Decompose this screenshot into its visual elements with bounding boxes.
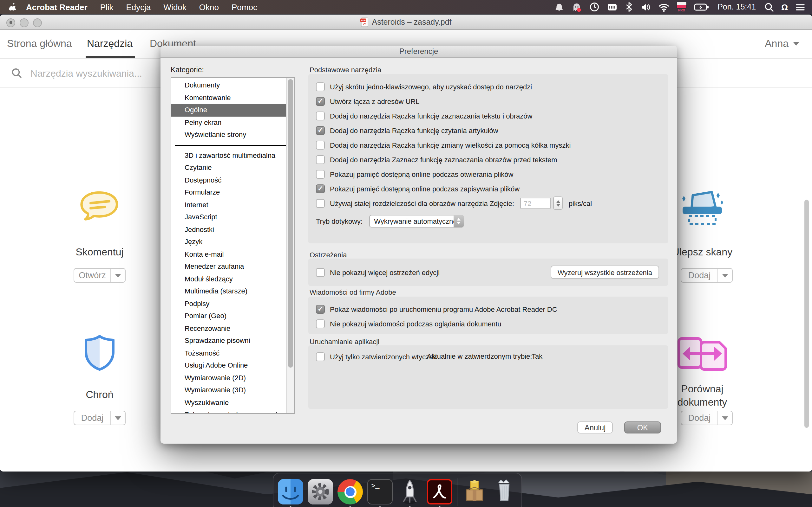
chron-add-button[interactable]: Dodaj bbox=[73, 411, 125, 425]
bluetooth-icon[interactable] bbox=[623, 0, 635, 14]
dock-finder-icon[interactable] bbox=[278, 479, 303, 504]
category-item-selected[interactable]: Ogólne bbox=[171, 104, 294, 116]
category-item[interactable]: Jednostki bbox=[171, 223, 294, 236]
notification-center-icon[interactable] bbox=[794, 0, 807, 14]
category-item[interactable]: Konta e-mail bbox=[171, 248, 294, 261]
checkbox[interactable] bbox=[316, 268, 325, 277]
category-item[interactable]: 3D i zawartość multimedialna bbox=[171, 149, 294, 162]
category-item[interactable]: Internet bbox=[171, 199, 294, 211]
category-item[interactable]: Pomiar (Geo) bbox=[171, 310, 294, 322]
resolution-stepper[interactable] bbox=[554, 196, 563, 210]
dock-trash-icon[interactable] bbox=[492, 479, 517, 504]
checkbox[interactable] bbox=[316, 140, 325, 149]
chevron-down-icon[interactable] bbox=[718, 411, 732, 425]
apple-menu-icon[interactable] bbox=[6, 0, 20, 14]
category-item[interactable]: Moduł śledzący bbox=[171, 273, 294, 285]
resolution-input[interactable] bbox=[520, 198, 551, 209]
chevron-down-icon[interactable] bbox=[111, 411, 125, 425]
checkbox-label: Dodaj do narzędzia Rączka funkcję czytan… bbox=[330, 126, 498, 134]
category-item[interactable]: Sprawdzanie pisowni bbox=[171, 335, 294, 347]
input-language-flag-icon[interactable]: PRO bbox=[675, 0, 688, 14]
close-button[interactable] bbox=[6, 18, 15, 27]
wifi-icon[interactable] bbox=[657, 0, 671, 14]
checkbox[interactable] bbox=[316, 97, 325, 106]
dock-terminal-icon[interactable]: >_ bbox=[367, 479, 393, 504]
dock-rocket-icon[interactable] bbox=[397, 479, 422, 504]
tab-narzedzia[interactable]: Narzędzia bbox=[87, 38, 133, 49]
checkbox[interactable] bbox=[316, 155, 325, 164]
minimize-button[interactable] bbox=[20, 18, 29, 27]
ulepsz-add-button[interactable]: Dodaj bbox=[681, 268, 733, 283]
zoom-button[interactable] bbox=[33, 18, 42, 27]
menu-item-pomoc[interactable]: Pomoc bbox=[225, 0, 264, 14]
category-item[interactable]: Podpisy bbox=[171, 297, 294, 310]
preferences-dialog: Preferencje Kategorie: Dokumenty Komento… bbox=[160, 46, 677, 444]
skomentuj-open-label[interactable]: Otwórz bbox=[74, 269, 111, 282]
category-item[interactable]: Język bbox=[171, 236, 294, 248]
category-item[interactable]: Zabezpieczenia (rozszerzone) bbox=[171, 409, 294, 414]
spotlight-search-icon[interactable] bbox=[762, 0, 775, 14]
checkbox[interactable] bbox=[316, 304, 325, 314]
checkbox[interactable] bbox=[316, 170, 325, 178]
porownaj-add-button[interactable]: Dodaj bbox=[681, 411, 733, 425]
notification-bell-icon[interactable] bbox=[553, 0, 566, 14]
user-menu[interactable]: Anna bbox=[765, 38, 799, 49]
menu-item-plik[interactable]: Plik bbox=[94, 0, 120, 14]
menu-item-widok[interactable]: Widok bbox=[157, 0, 193, 14]
chevron-down-icon[interactable] bbox=[718, 269, 732, 282]
volume-icon[interactable] bbox=[639, 0, 653, 14]
checkbox[interactable] bbox=[316, 352, 325, 361]
send-for-comments-icon bbox=[78, 470, 124, 471]
time-machine-icon[interactable] bbox=[588, 0, 601, 14]
category-item[interactable]: Menedżer zaufania bbox=[171, 261, 294, 273]
checkbox[interactable] bbox=[316, 82, 325, 91]
keyboard-viewer-icon[interactable] bbox=[605, 0, 619, 14]
tab-strona-glowna[interactable]: Strona główna bbox=[7, 38, 72, 49]
dock-archive-utility-icon[interactable] bbox=[462, 479, 487, 504]
chron-add-label[interactable]: Dodaj bbox=[74, 411, 111, 425]
menu-clock[interactable]: Pon. 15:41 bbox=[715, 3, 758, 11]
reset-warnings-button[interactable]: Wyzeruj wszystkie ostrzeżenia bbox=[551, 266, 659, 279]
menu-item-app[interactable]: Acrobat Reader bbox=[20, 0, 94, 14]
chevron-down-icon[interactable] bbox=[111, 269, 125, 282]
app-badge-icon[interactable] bbox=[570, 0, 583, 14]
category-item[interactable]: Dostępność bbox=[171, 174, 294, 186]
category-item[interactable]: Multimedia (starsze) bbox=[171, 285, 294, 297]
category-item[interactable]: Komentowanie bbox=[171, 92, 294, 104]
checkbox-label: Użyj tylko zatwierdzonych wtyczek bbox=[330, 353, 437, 360]
ok-button[interactable]: OK bbox=[624, 421, 661, 434]
category-item[interactable]: Usługi Adobe Online bbox=[171, 359, 294, 372]
checkbox[interactable] bbox=[316, 111, 325, 120]
list-scrollbar-thumb[interactable] bbox=[288, 79, 293, 368]
checkbox[interactable] bbox=[316, 184, 325, 193]
category-item[interactable]: Wymiarowanie (3D) bbox=[171, 384, 294, 396]
category-item[interactable]: Wyszukiwanie bbox=[171, 396, 294, 409]
touch-mode-select[interactable]: Wykrywanie automatyczne bbox=[369, 215, 463, 227]
category-item[interactable]: Formularze bbox=[171, 186, 294, 199]
category-item[interactable]: Recenzowanie bbox=[171, 322, 294, 335]
category-item[interactable]: Dokumenty bbox=[171, 79, 294, 92]
checkbox[interactable] bbox=[316, 319, 325, 328]
window-titlebar[interactable]: PDF Asteroids – zasady.pdf bbox=[0, 14, 812, 30]
assistant-icon[interactable]: Ω bbox=[779, 0, 790, 14]
list-scrollbar[interactable] bbox=[286, 78, 294, 413]
battery-icon[interactable] bbox=[692, 0, 711, 14]
category-item[interactable]: Tożsamość bbox=[171, 347, 294, 359]
menu-item-edycja[interactable]: Edycja bbox=[120, 0, 157, 14]
category-item[interactable]: Czytanie bbox=[171, 162, 294, 174]
window-scrollbar[interactable] bbox=[804, 200, 809, 428]
dock-system-preferences-icon[interactable] bbox=[308, 479, 333, 504]
porownaj-add-label[interactable]: Dodaj bbox=[681, 411, 718, 425]
menu-item-okno[interactable]: Okno bbox=[193, 0, 225, 14]
dock-chrome-icon[interactable] bbox=[338, 479, 363, 504]
category-item[interactable]: Pełny ekran bbox=[171, 116, 294, 129]
checkbox[interactable] bbox=[316, 199, 325, 208]
checkbox[interactable] bbox=[316, 126, 325, 135]
category-item[interactable]: JavaScript bbox=[171, 211, 294, 223]
dock-acrobat-reader-icon[interactable] bbox=[427, 479, 452, 504]
ulepsz-add-label[interactable]: Dodaj bbox=[681, 269, 718, 282]
category-item[interactable]: Wyświetlanie strony bbox=[171, 129, 294, 141]
category-item[interactable]: Wymiarowanie (2D) bbox=[171, 372, 294, 384]
skomentuj-open-button[interactable]: Otwórz bbox=[73, 268, 125, 283]
cancel-button[interactable]: Anuluj bbox=[577, 421, 613, 434]
